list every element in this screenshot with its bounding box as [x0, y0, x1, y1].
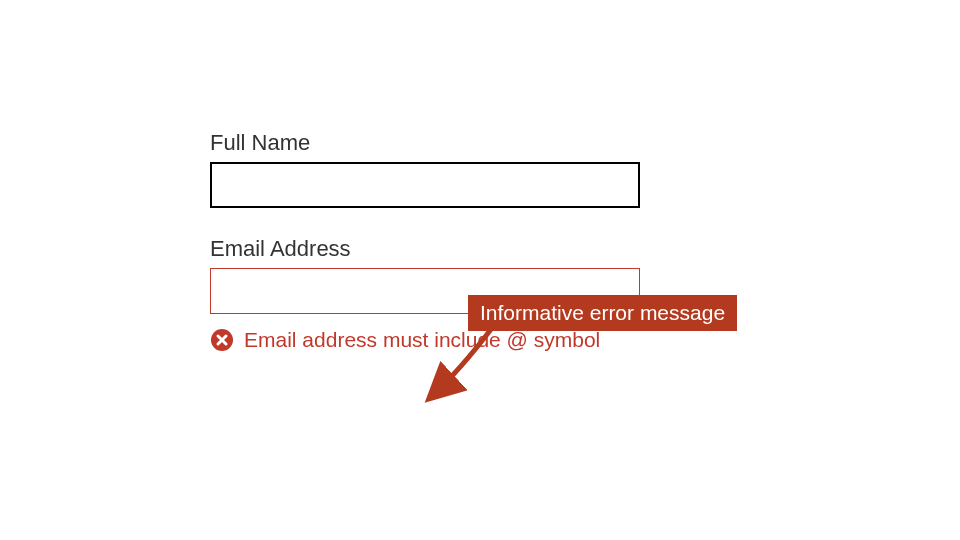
email-label: Email Address	[210, 236, 670, 262]
full-name-label: Full Name	[210, 130, 670, 156]
error-icon	[210, 328, 234, 352]
field-group-full-name: Full Name	[210, 130, 670, 208]
email-error-text: Email address must include @ symbol	[244, 328, 600, 352]
email-error-row: Email address must include @ symbol	[210, 328, 670, 352]
form-container: Full Name Email Address Email address mu…	[210, 130, 670, 380]
field-group-email: Email Address Email address must include…	[210, 236, 670, 352]
full-name-input[interactable]	[210, 162, 640, 208]
callout-label: Informative error message	[468, 295, 737, 331]
